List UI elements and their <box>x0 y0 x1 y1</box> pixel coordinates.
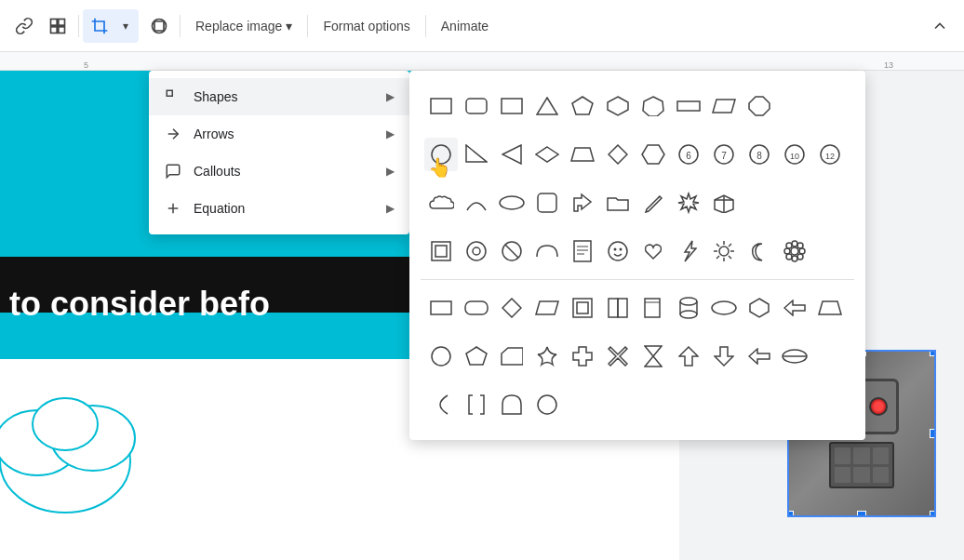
selection-handle-br[interactable] <box>930 511 936 517</box>
shape-eq-arrow-left[interactable] <box>778 291 811 325</box>
format-options-button[interactable]: Format options <box>312 13 421 39</box>
replace-image-button[interactable]: Replace image ▾ <box>184 13 303 39</box>
shape-octagon[interactable] <box>743 89 776 123</box>
menu-item-callouts[interactable]: Callouts ▶ <box>149 153 409 190</box>
shape-eq-pent2[interactable] <box>460 340 493 373</box>
shape-eq-circle3[interactable] <box>530 388 564 421</box>
shape-square-frame[interactable] <box>424 234 458 268</box>
shape-triangle[interactable] <box>530 89 564 123</box>
crop-dropdown-arrow[interactable]: ▾ <box>114 11 137 41</box>
svg-rect-1 <box>59 19 65 25</box>
shape-folder[interactable] <box>601 186 635 220</box>
shape-eq-parallelogram[interactable] <box>530 291 564 325</box>
shape-moon[interactable] <box>743 234 776 268</box>
menu-item-arrows[interactable]: Arrows ▶ <box>149 115 409 153</box>
shape-eq-bracket[interactable] <box>460 388 493 421</box>
shape-eq-back-arrow[interactable] <box>743 340 776 373</box>
shape-eq-doc[interactable] <box>636 291 670 325</box>
shape-eq-rect[interactable] <box>424 291 458 325</box>
shape-rounded-square[interactable] <box>530 186 564 220</box>
shape-pencil[interactable] <box>636 186 670 220</box>
shape-eq-rect2[interactable] <box>601 291 635 325</box>
selection-handle-bm[interactable] <box>857 511 866 517</box>
selection-handle-tr[interactable] <box>930 350 936 356</box>
shape-eq-hex2[interactable] <box>743 291 776 325</box>
shape-snip-corner[interactable] <box>495 89 529 123</box>
svg-point-57 <box>609 242 627 260</box>
shape-circle-10[interactable]: 10 <box>778 138 811 171</box>
mask-button[interactable] <box>142 9 176 43</box>
shape-eq-star[interactable] <box>530 340 564 373</box>
shape-eq-hourglass[interactable] <box>636 340 670 373</box>
shape-eq-sq-rect[interactable] <box>566 291 599 325</box>
shape-eq-wave[interactable] <box>778 340 811 373</box>
shape-heptagon[interactable] <box>636 89 670 123</box>
shape-eq-circle2[interactable] <box>424 340 458 373</box>
crop-button[interactable] <box>85 11 114 41</box>
collapse-button[interactable] <box>923 9 957 43</box>
svg-line-67 <box>729 256 731 259</box>
shape-flower-2[interactable] <box>778 234 811 268</box>
shape-rounded-rect[interactable] <box>460 89 493 123</box>
shape-eq-cross[interactable] <box>566 340 599 373</box>
shape-half-circle[interactable] <box>530 234 564 268</box>
callouts-arrow: ▶ <box>386 165 395 178</box>
shapes-section-2: 👆 <box>421 130 854 179</box>
svg-marker-18 <box>572 97 593 114</box>
menu-item-equation[interactable]: Equation ▶ <box>149 190 409 227</box>
shape-eq-up-arrow[interactable] <box>672 340 705 373</box>
shape-circle-8[interactable]: 8 <box>743 138 776 171</box>
shape-wide-rect[interactable] <box>672 89 705 123</box>
shape-right-triangle[interactable] <box>460 138 493 171</box>
svg-marker-97 <box>466 347 487 365</box>
shape-heart[interactable] <box>636 234 670 268</box>
shape-rectangle[interactable] <box>424 89 458 123</box>
shape-eq-oval2[interactable] <box>707 291 741 325</box>
shape-eq-x[interactable] <box>601 340 635 373</box>
shape-eq-half-circle-open[interactable] <box>495 388 529 421</box>
shape-smiley[interactable] <box>601 234 635 268</box>
shape-circle-12[interactable]: 12 <box>813 138 847 171</box>
shape-circle[interactable]: 👆 <box>424 138 458 171</box>
shape-parallelogram[interactable] <box>707 89 741 123</box>
animate-button[interactable]: Animate <box>430 13 500 39</box>
svg-marker-30 <box>642 145 664 164</box>
shape-trapezoid[interactable] <box>566 138 599 171</box>
shape-document[interactable] <box>566 234 599 268</box>
shape-circle-7[interactable]: 7 <box>707 138 741 171</box>
shape-eq-cylinder[interactable] <box>672 291 705 325</box>
shape-triangle-left[interactable] <box>495 138 529 171</box>
shape-3d-box[interactable] <box>707 186 741 220</box>
menu-item-shapes[interactable]: Shapes ▶ <box>149 78 409 115</box>
shape-circle-dot[interactable] <box>460 234 493 268</box>
shape-eq-left-arc[interactable] <box>424 388 458 421</box>
svg-marker-26 <box>502 145 521 164</box>
shape-sun[interactable] <box>707 234 741 268</box>
shape-rhombus[interactable] <box>530 138 564 171</box>
shape-corner-arrow[interactable] <box>566 186 599 220</box>
shape-circle-6[interactable]: 6 <box>672 138 705 171</box>
shape-pentagon[interactable] <box>566 89 599 123</box>
shape-hexagon-2[interactable] <box>636 138 670 171</box>
shape-lightning[interactable] <box>672 234 705 268</box>
shape-flower[interactable] <box>672 186 705 220</box>
arrows-icon <box>164 125 182 143</box>
shape-eq-tab[interactable] <box>495 340 529 373</box>
shape-hexagon[interactable] <box>601 89 635 123</box>
link-button[interactable] <box>7 9 41 43</box>
svg-marker-102 <box>749 349 770 364</box>
shape-eq-round-rect[interactable] <box>460 291 493 325</box>
shapes-section-4 <box>421 227 854 275</box>
shape-oval[interactable] <box>495 186 529 220</box>
shape-no-symbol[interactable] <box>495 234 529 268</box>
shape-eq-trapezoid[interactable] <box>813 291 847 325</box>
shape-arc[interactable] <box>460 186 493 220</box>
shape-diamond[interactable] <box>601 138 635 171</box>
selection-handle-bl[interactable] <box>787 511 794 517</box>
shape-eq-down-arrow[interactable] <box>707 340 741 373</box>
selection-handle-mr[interactable] <box>930 429 936 438</box>
shape-eq-diamond[interactable] <box>495 291 529 325</box>
insert-button[interactable] <box>41 9 74 43</box>
shape-cloud[interactable] <box>424 186 458 220</box>
svg-point-24 <box>432 145 450 164</box>
